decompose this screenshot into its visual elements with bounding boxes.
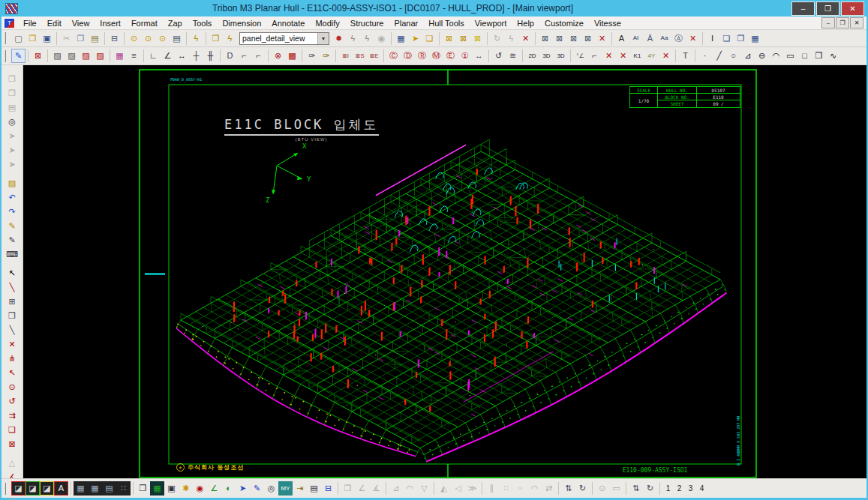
window-view-3-button[interactable]: ▦ [748, 31, 762, 46]
cursor-blue-button[interactable]: ➤ [236, 481, 250, 496]
menu-dimension[interactable]: Dimension [217, 18, 266, 28]
view-image-button[interactable]: ▦ [394, 31, 408, 46]
draw-polygon-button[interactable]: ⊿ [740, 49, 755, 63]
pick-solid-button[interactable]: ❒ [5, 309, 20, 323]
lock-rotate-button[interactable]: ↻ [575, 481, 590, 496]
search-binoculars-button[interactable]: ◎ [264, 481, 278, 496]
debug-break-button[interactable]: ✹ [332, 31, 346, 46]
contour-d-button[interactable]: D [223, 49, 237, 63]
delete-window-button[interactable]: ✕ [595, 31, 609, 46]
key-45-button[interactable]: 4Y [644, 49, 659, 63]
text-scale-button[interactable]: Aa [657, 31, 671, 46]
key-k1-button[interactable]: K1 [630, 49, 644, 63]
text-rotate-button[interactable]: Â [643, 31, 657, 46]
draw-circle-button[interactable]: ○ [726, 49, 740, 63]
snap-off-3-button[interactable]: ✕ [659, 49, 673, 63]
draw-box-button[interactable]: ❒ [812, 49, 826, 63]
text-edit-button[interactable]: AI [629, 31, 643, 46]
hatch-pattern-2-button[interactable]: ▨ [65, 49, 79, 63]
exit-door-button[interactable]: ⇥ [293, 481, 307, 496]
hatch-quick-button[interactable]: ▨ [5, 176, 20, 190]
measure-circle-button[interactable]: ◐ [221, 481, 236, 496]
contour-closed-button[interactable]: ⌐ [251, 49, 266, 63]
text-attributes-button[interactable]: Ⓐ [671, 31, 686, 46]
cursor-text-button[interactable]: I [705, 31, 719, 46]
find-button[interactable]: ◎ [5, 115, 20, 129]
mdi-restore-button[interactable]: ❐ [836, 17, 849, 28]
layer-green-button[interactable]: ◪ [26, 481, 40, 496]
split-two-button[interactable]: ╫ [203, 49, 218, 63]
snap-off-1-button[interactable]: ✕ [602, 49, 616, 63]
pick-extent-button[interactable]: ⊞ [5, 295, 20, 309]
menu-customize[interactable]: Customize [539, 18, 589, 28]
ortho-mode-button[interactable]: ⌐ [587, 49, 602, 63]
paste-button[interactable]: ▤ [88, 31, 102, 46]
menu-view[interactable]: View [67, 18, 95, 28]
pick-pen-2-button[interactable]: ✑ [319, 49, 333, 63]
del-model-1-button[interactable]: ⊠ [442, 31, 456, 46]
menu-tools[interactable]: Tools [188, 18, 218, 28]
hatch-pattern-1-button[interactable]: ▨ [50, 49, 65, 63]
view-save-button[interactable]: ▣ [164, 481, 179, 496]
menu-vitesse[interactable]: Vitesse [589, 18, 626, 28]
pick-parallel-button[interactable]: ⇉ [5, 409, 20, 423]
del-model-2-button[interactable]: ⊠ [456, 31, 470, 46]
menu-format[interactable]: Format [126, 18, 163, 28]
db-lock-button[interactable]: ⊙ [155, 31, 170, 46]
text-tool-button[interactable]: T [678, 49, 692, 63]
vitesse-step-button[interactable]: ϟ [346, 31, 360, 46]
menu-annotate[interactable]: Annotate [266, 18, 310, 28]
pen-blue-button[interactable]: ✎ [250, 481, 264, 496]
document-list-button[interactable]: ▤ [307, 481, 321, 496]
menu-hull-tools[interactable]: Hull Tools [423, 18, 470, 28]
new-file-button[interactable]: ▢ [11, 31, 26, 46]
sketch-new-button[interactable]: ✎ [5, 219, 20, 233]
menu-planar[interactable]: Planar [389, 18, 423, 28]
zoom-1to1-button[interactable]: ① [458, 49, 472, 63]
view-frame-button[interactable]: ❒ [136, 481, 150, 496]
draw-arc-button[interactable]: ◠ [769, 49, 783, 63]
page-3-button[interactable]: 3 [685, 481, 696, 496]
layer-red-button[interactable]: ◪ [11, 481, 26, 496]
pick-node-button[interactable]: ⋔ [5, 352, 20, 366]
erase-grid-button[interactable]: ▩ [285, 49, 299, 63]
menu-file[interactable]: File [18, 18, 42, 28]
layer-text-button[interactable]: A [54, 481, 68, 496]
del-model-3-button[interactable]: ⊠ [470, 31, 485, 46]
mdi-close-button[interactable]: ✕ [850, 17, 863, 28]
delete-curve-button[interactable]: ✕ [518, 31, 533, 46]
lock-rotate-2-button[interactable]: ↻ [643, 481, 657, 496]
zoom-window-off-button[interactable]: ⊠ [31, 49, 45, 63]
zoom-drawing-button[interactable]: Ⓓ [401, 49, 415, 63]
vitesse-exec-button[interactable]: ϟ [223, 31, 237, 46]
print-view-button[interactable]: ⊟ [321, 481, 335, 496]
hatch-delete-1-button[interactable]: ▨ [79, 49, 93, 63]
select-cursor-button[interactable]: ↖ [5, 266, 20, 280]
pointer-mode-button[interactable]: ✎ [11, 49, 26, 63]
swap-win-2-button[interactable]: ⊠ [552, 31, 566, 46]
window-view-2-button[interactable]: ❐ [734, 31, 748, 46]
menu-structure[interactable]: Structure [345, 18, 389, 28]
lock-vertical-button[interactable]: ⇅ [561, 481, 575, 496]
pan-view-button[interactable]: ↔ [472, 49, 486, 63]
save-file-button[interactable]: ▣ [40, 31, 54, 46]
resolution-button[interactable]: ∷ [116, 481, 131, 496]
projection-iso-button[interactable]: 3D [554, 49, 568, 63]
vitesse-stop-button[interactable]: ϟ [360, 31, 374, 46]
fillet-button[interactable]: ∠ [161, 49, 175, 63]
db-store-button[interactable]: ⊙ [127, 31, 141, 46]
contour-open-button[interactable]: ⌐ [237, 49, 251, 63]
zoom-in-red-button[interactable]: ◉ [193, 481, 207, 496]
pick-center-button[interactable]: ⊙ [5, 380, 20, 394]
open-file-button[interactable]: ❐ [26, 31, 40, 46]
projection-2d-button[interactable]: 2D [525, 49, 539, 63]
pick-segment-button[interactable]: ╲ [5, 323, 20, 337]
undo-button[interactable]: ↶ [5, 190, 20, 205]
window-view-1-button[interactable]: ❏ [719, 31, 734, 46]
vitesse-edit-button[interactable]: ❐ [209, 31, 223, 46]
line-type-button[interactable]: ≡ [127, 49, 141, 63]
swap-win-4-button[interactable]: ⊠ [581, 31, 595, 46]
draw-spline-button[interactable]: ∿ [826, 49, 840, 63]
list-end-button[interactable]: ≣E [367, 49, 381, 63]
draw-line-button[interactable]: ╱ [712, 49, 726, 63]
